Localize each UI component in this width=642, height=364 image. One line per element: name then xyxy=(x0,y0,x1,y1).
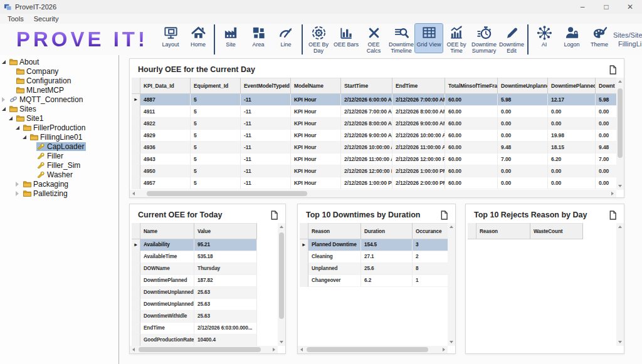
scroll-track[interactable] xyxy=(137,190,609,197)
table-row[interactable]: 49575-11KPI Hour2/12/2026 1:00:00 PM2/12… xyxy=(132,177,616,189)
column-header-equipment-id[interactable]: Equipment_Id xyxy=(191,78,241,94)
tree-node[interactable]: Washer xyxy=(36,170,75,179)
tree-item-caploader[interactable]: CapLoader xyxy=(0,142,118,151)
toolbar-button-oee-bars[interactable]: OEE Bars xyxy=(332,24,360,53)
scroll-left-arrow[interactable] xyxy=(130,346,137,353)
tree-item-mlnetmcp[interactable]: MLnetMCP xyxy=(0,85,118,95)
scroll-thumb[interactable] xyxy=(618,88,623,159)
scroll-track[interactable] xyxy=(616,85,624,182)
toolbar-button-oee-by-day[interactable]: OEE By Day xyxy=(305,24,332,56)
copy-icon[interactable] xyxy=(270,211,278,220)
tree-item-washer[interactable]: Washer xyxy=(0,170,118,179)
table-row[interactable]: 49505-11KPI Hour2/12/2026 12:00:00 PM2/1… xyxy=(132,165,616,177)
tree-node[interactable]: MLnetMCP xyxy=(16,86,66,95)
scroll-up-arrow[interactable] xyxy=(616,223,624,231)
scroll-up-arrow[interactable] xyxy=(278,223,285,231)
table-row[interactable]: Unplanned25.68 xyxy=(300,263,448,275)
table-row[interactable]: DowntimeUnplannedWit...25.63 xyxy=(132,299,278,311)
scroll-down-arrow[interactable] xyxy=(616,338,624,346)
tree-node[interactable]: About xyxy=(9,58,41,66)
scroll-thumb[interactable] xyxy=(139,347,261,352)
table-row[interactable]: DowntimeUnplanned25.63 xyxy=(132,287,278,299)
tree-node[interactable]: CapLoader xyxy=(36,142,86,151)
table-row[interactable]: 49295-11KPI Hour2/12/2026 9:00:00 AM2/12… xyxy=(132,130,616,142)
table-row[interactable]: ▸Planned Downtime154.53 xyxy=(300,239,448,251)
scroll-track[interactable] xyxy=(305,346,440,353)
toolbar-button-theme[interactable]: Theme xyxy=(586,24,613,53)
scroll-down-arrow[interactable] xyxy=(616,182,624,190)
column-header-wastecount[interactable]: WasteCount xyxy=(530,223,583,239)
tree-item-company[interactable]: Company xyxy=(0,66,118,76)
tree-node[interactable]: Site1 xyxy=(16,114,45,123)
tree-item-about[interactable]: About xyxy=(0,57,118,66)
scroll-track[interactable] xyxy=(278,231,285,338)
toolbar-button-downtime-summary[interactable]: Downtime Summary xyxy=(470,24,498,56)
column-header-modelname[interactable]: ModelName xyxy=(291,78,341,94)
tree-collapsed-arrow[interactable] xyxy=(2,97,9,102)
tree-node[interactable]: Filler xyxy=(36,152,65,160)
tree-node[interactable]: Company xyxy=(16,67,60,76)
horizontal-scrollbar[interactable] xyxy=(130,190,616,197)
table-row[interactable]: Cleaning27.12 xyxy=(300,251,448,263)
table-row[interactable]: EndTime2/12/2026 6:03:00.000... xyxy=(132,323,278,335)
tree-collapsed-arrow[interactable] xyxy=(16,182,23,187)
scroll-right-arrow[interactable] xyxy=(270,346,278,353)
table-row[interactable]: 49435-11KPI Hour2/12/2026 11:00:00 AM2/1… xyxy=(132,153,616,165)
tree-node[interactable]: Packaging xyxy=(23,180,70,189)
toolbar-button-line[interactable]: Line xyxy=(272,24,300,53)
tree-item-sites[interactable]: Sites xyxy=(0,104,118,113)
toolbar-button-home[interactable]: Home xyxy=(184,24,212,53)
table-row[interactable]: DOWNameThursday xyxy=(132,263,278,275)
tree-collapsed-arrow[interactable] xyxy=(16,191,23,196)
tree-node[interactable]: MQTT_Connection xyxy=(9,95,85,104)
copy-icon[interactable] xyxy=(609,65,616,75)
tree-item-fillerproduction[interactable]: FillerProduction xyxy=(0,123,118,132)
toolbar-button-downtime-timeline[interactable]: Downtime Timeline xyxy=(387,24,415,56)
minimize-button[interactable]: – xyxy=(571,0,594,14)
column-header-eventmodeltypeid[interactable]: EventModelTypeId xyxy=(241,78,291,94)
menu-item-tools[interactable]: Tools xyxy=(3,15,29,23)
vertical-scrollbar[interactable] xyxy=(278,223,285,346)
toolbar-button-site[interactable]: Site xyxy=(217,24,245,53)
column-header-reason[interactable]: Reason xyxy=(308,223,361,239)
tree-item-fillingline01[interactable]: FillingLine01 xyxy=(0,132,118,142)
scroll-up-arrow[interactable] xyxy=(448,223,455,231)
scroll-right-arrow[interactable] xyxy=(609,190,616,197)
scroll-left-arrow[interactable] xyxy=(130,190,137,197)
toolbar-button-oee-by-time[interactable]: OEE by Time xyxy=(443,24,470,56)
toolbar-button-oee-calcs[interactable]: OEE Calcs xyxy=(360,24,387,56)
table-row[interactable]: ▸Availability95.21 xyxy=(132,239,278,251)
column-header-occurance[interactable]: Occurance xyxy=(413,223,448,239)
column-header-name[interactable]: Name xyxy=(140,223,194,239)
scroll-thumb[interactable] xyxy=(147,191,307,196)
column-header-downt[interactable]: Downt xyxy=(596,78,616,94)
tree-node[interactable]: FillerProduction xyxy=(23,123,87,132)
column-header-starttime[interactable]: StartTime xyxy=(341,78,392,94)
toolbar-button-downtime-edit[interactable]: Downtime Edit xyxy=(498,24,525,56)
maximize-button[interactable]: □ xyxy=(594,0,618,14)
copy-icon[interactable] xyxy=(440,211,448,220)
tree-node[interactable]: Configuration xyxy=(16,76,73,85)
tree-expanded-arrow[interactable] xyxy=(2,107,9,111)
table-row[interactable]: DowntimeWithIdle25.63 xyxy=(132,311,278,323)
tree-node[interactable]: Filler_Sim xyxy=(36,161,82,170)
toolbar-button-area[interactable]: Area xyxy=(245,24,272,53)
scroll-thumb[interactable] xyxy=(307,347,428,352)
column-header-reason[interactable]: Reason xyxy=(476,223,530,239)
vertical-scrollbar[interactable] xyxy=(448,223,455,346)
vertical-scrollbar[interactable] xyxy=(616,78,624,190)
column-header-downtimeplanned[interactable]: DowntimePlanned xyxy=(548,78,596,94)
close-button[interactable]: ✕ xyxy=(618,0,642,14)
scroll-track[interactable] xyxy=(448,231,455,338)
tree-expanded-arrow[interactable] xyxy=(16,126,23,130)
column-header-totalminsoftimeframe[interactable]: TotalMinsofTimeFrame xyxy=(445,78,498,94)
table-row[interactable]: 49115-11KPI Hour2/12/2026 7:00:00 AM2/12… xyxy=(132,106,616,118)
tree-expanded-arrow[interactable] xyxy=(2,60,9,64)
tree-item-configuration[interactable]: Configuration xyxy=(0,76,118,85)
table-row[interactable]: Changeover6.21 xyxy=(300,275,448,287)
table-row[interactable]: DowntimePlanned187.82 xyxy=(132,275,278,287)
table-row[interactable]: 49365-11KPI Hour2/12/2026 10:00:00 AM2/1… xyxy=(132,142,616,153)
tree-node[interactable]: Sites xyxy=(9,105,38,113)
menu-item-security[interactable]: Security xyxy=(29,15,64,23)
column-header-endtime[interactable]: EndTime xyxy=(392,78,445,94)
